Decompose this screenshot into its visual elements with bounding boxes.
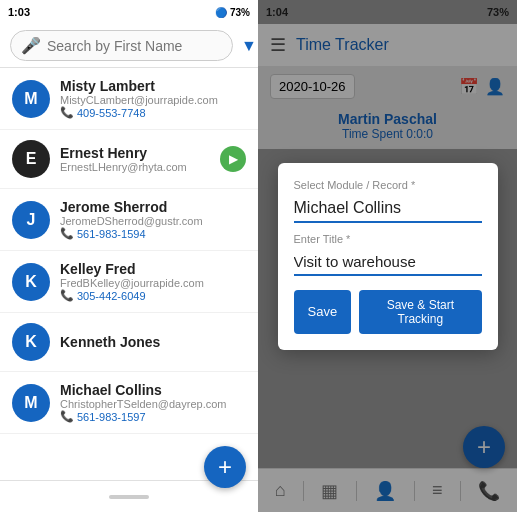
modal-buttons: Save Save & Start Tracking: [294, 290, 482, 334]
search-bar: 🎤 ▼ ≡: [0, 24, 258, 68]
contact-list: M Misty Lambert MistyCLambert@jourrapide…: [0, 68, 258, 480]
list-item[interactable]: M Misty Lambert MistyCLambert@jourrapide…: [0, 68, 258, 130]
contact-email: MistyCLambert@jourrapide.com: [60, 94, 246, 106]
phone-icon: 📞: [60, 410, 74, 423]
right-panel: 1:04 73% ☰ Time Tracker 2020-10-26 📅 👤 M…: [258, 0, 517, 512]
avatar: E: [12, 140, 50, 178]
contact-info: Michael Collins ChristopherTSelden@dayre…: [60, 382, 246, 423]
contact-info: Misty Lambert MistyCLambert@jourrapide.c…: [60, 78, 246, 119]
list-item[interactable]: K Kenneth Jones: [0, 313, 258, 372]
search-input[interactable]: [47, 38, 222, 54]
module-input[interactable]: [294, 195, 482, 223]
contact-email: JeromeDSherrod@gustr.com: [60, 215, 246, 227]
avatar: M: [12, 80, 50, 118]
contact-phone[interactable]: 📞 305-442-6049: [60, 289, 246, 302]
filter-icon[interactable]: ▼: [241, 37, 257, 55]
contact-phone[interactable]: 📞 561-983-1594: [60, 227, 246, 240]
avatar: K: [12, 323, 50, 361]
avatar: K: [12, 263, 50, 301]
home-indicator: [109, 495, 149, 499]
contact-name: Kenneth Jones: [60, 334, 246, 350]
contact-info: Kenneth Jones: [60, 334, 246, 350]
modal-dialog: Select Module / Record * Enter Title * S…: [278, 163, 498, 350]
contact-name: Kelley Fred: [60, 261, 246, 277]
contact-info: Kelley Fred FredBKelley@jourrapide.com 📞…: [60, 261, 246, 302]
contact-email: ErnestLHenry@rhyta.com: [60, 161, 210, 173]
contact-name: Michael Collins: [60, 382, 246, 398]
modal-overlay: Select Module / Record * Enter Title * S…: [258, 0, 517, 512]
contact-info: Ernest Henry ErnestLHenry@rhyta.com: [60, 145, 210, 173]
contact-phone[interactable]: 📞 409-553-7748: [60, 106, 246, 119]
module-label: Select Module / Record *: [294, 179, 482, 191]
contact-email: ChristopherTSelden@dayrep.com: [60, 398, 246, 410]
play-icon[interactable]: ▶: [220, 146, 246, 172]
list-item[interactable]: M Michael Collins ChristopherTSelden@day…: [0, 372, 258, 434]
save-track-button[interactable]: Save & Start Tracking: [359, 290, 481, 334]
phone-icon: 📞: [60, 106, 74, 119]
mic-icon: 🎤: [21, 36, 41, 55]
left-panel: 1:03 🔵 73% 🎤 ▼ ≡ M Misty Lambert MistyCL…: [0, 0, 258, 512]
list-item[interactable]: K Kelley Fred FredBKelley@jourrapide.com…: [0, 251, 258, 313]
list-item[interactable]: E Ernest Henry ErnestLHenry@rhyta.com ▶: [0, 130, 258, 189]
contact-email: FredBKelley@jourrapide.com: [60, 277, 246, 289]
contact-name: Jerome Sherrod: [60, 199, 246, 215]
avatar: J: [12, 201, 50, 239]
list-item[interactable]: J Jerome Sherrod JeromeDSherrod@gustr.co…: [0, 189, 258, 251]
title-input[interactable]: [294, 249, 482, 276]
contact-name: Misty Lambert: [60, 78, 246, 94]
save-button[interactable]: Save: [294, 290, 352, 334]
search-input-wrapper[interactable]: 🎤: [10, 30, 233, 61]
contact-name: Ernest Henry: [60, 145, 210, 161]
avatar: M: [12, 384, 50, 422]
phone-icon: 📞: [60, 227, 74, 240]
left-status-right: 🔵 73%: [215, 7, 250, 18]
contact-phone[interactable]: 📞 561-983-1597: [60, 410, 246, 423]
title-label: Enter Title *: [294, 233, 482, 245]
left-time: 1:03: [8, 6, 30, 18]
add-contact-button[interactable]: +: [204, 446, 246, 488]
contact-info: Jerome Sherrod JeromeDSherrod@gustr.com …: [60, 199, 246, 240]
left-status-bar: 1:03 🔵 73%: [0, 0, 258, 24]
bluetooth-icon: 🔵: [215, 7, 227, 18]
battery-text: 73%: [230, 7, 250, 18]
phone-icon: 📞: [60, 289, 74, 302]
left-status-time: 1:03: [8, 6, 30, 18]
